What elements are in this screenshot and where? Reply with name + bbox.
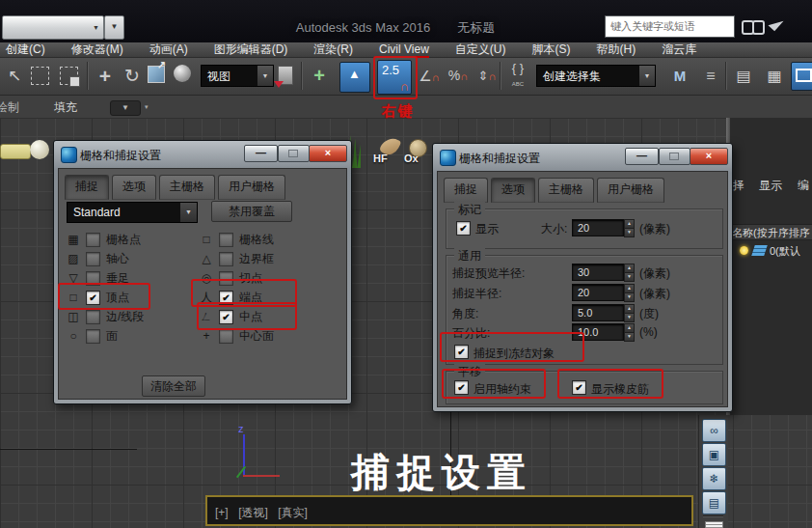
viewport-menu-shading[interactable]: [真实]: [278, 506, 308, 519]
tab-fill[interactable]: 填充: [54, 99, 77, 116]
checkbox-snap-frozen[interactable]: ✔: [454, 345, 469, 359]
preview-radius-spinner[interactable]: 30: [572, 264, 624, 281]
explorer-menu-display[interactable]: 显示: [759, 178, 782, 194]
menu-modifiers[interactable]: 修改器(M): [71, 42, 123, 58]
named-selection-sets-icon[interactable]: { }ABC: [503, 62, 532, 88]
snap-radius-spinner[interactable]: 20: [572, 284, 624, 301]
menu-help[interactable]: 帮助(H): [596, 42, 636, 58]
explorer-menu-select[interactable]: 择: [733, 178, 744, 194]
snap-item-pivot[interactable]: ▨轴心: [67, 250, 129, 267]
search-input[interactable]: 键入关键字或短语: [605, 15, 735, 38]
mirror-tool-icon[interactable]: M: [667, 63, 692, 89]
list-view-icon[interactable]: [705, 521, 723, 528]
snap-item-vertex[interactable]: □✔顶点: [67, 289, 129, 306]
spinner-arrows[interactable]: ▲▼: [624, 219, 635, 236]
freeze-icon[interactable]: ❄: [702, 467, 726, 490]
checkbox-perpendicular[interactable]: [86, 271, 100, 286]
tab-user-grids[interactable]: 用户栅格: [218, 175, 285, 200]
named-selection-set-dropdown[interactable]: 创建选择集 ▼: [536, 65, 656, 87]
explorer-menu-edit[interactable]: 编: [798, 178, 809, 194]
override-off-button[interactable]: 禁用覆盖: [211, 201, 292, 222]
viewport-menu-general[interactable]: [+]: [215, 506, 229, 519]
rotate-tool-icon[interactable]: ↻: [120, 63, 145, 89]
layer-row-label[interactable]: 0(默认: [770, 244, 800, 259]
scale-tool-icon[interactable]: ↗: [148, 66, 165, 83]
spinner-snap-icon[interactable]: ⇕∩: [474, 63, 500, 89]
lock-icon[interactable]: ▣: [702, 443, 726, 466]
checkbox-rubber-band[interactable]: ✔: [572, 380, 586, 395]
tab-home-grid[interactable]: 主栅格: [538, 178, 594, 203]
layer-manager-icon[interactable]: ▦: [762, 63, 787, 89]
snap-item-grid-lines[interactable]: □栅格线: [200, 231, 274, 248]
checkbox-tangent[interactable]: [219, 271, 233, 286]
lightbulb-icon[interactable]: [740, 246, 748, 255]
properties-icon[interactable]: ▤: [702, 491, 726, 514]
tab-user-grids[interactable]: 用户栅格: [597, 178, 664, 203]
checkbox-vertex[interactable]: ✔: [86, 291, 100, 305]
angle-snap-icon[interactable]: ∠∩: [417, 63, 442, 89]
menu-liuyunku[interactable]: 溜云库: [662, 42, 696, 58]
menu-scripting[interactable]: 脚本(S): [531, 42, 570, 58]
checkbox-axis-constraints[interactable]: ✔: [454, 380, 469, 395]
checkbox-center-face[interactable]: [219, 329, 233, 344]
snap-item-edge[interactable]: ◫边/线段: [67, 308, 144, 325]
ribbon-toggle-button[interactable]: [791, 62, 812, 91]
search-icon[interactable]: [741, 18, 766, 34]
menu-rendering[interactable]: 渲染(R): [313, 42, 353, 58]
tab-snaps[interactable]: 捕捉: [444, 178, 488, 203]
tab-snaps[interactable]: 捕捉: [65, 175, 109, 200]
workspace-dropdown[interactable]: ▼: [2, 15, 104, 40]
snap-preset-dropdown[interactable]: Standard ▼: [67, 202, 198, 223]
checkbox-grid-lines[interactable]: [219, 233, 233, 247]
menu-civil-view[interactable]: Civil View: [379, 42, 429, 58]
explorer-column-header[interactable]: 名称(按升序排序: [730, 224, 812, 240]
percent-spinner[interactable]: 10.0: [572, 323, 624, 341]
communication-center-icon[interactable]: [768, 15, 783, 31]
tab-options[interactable]: 选项: [112, 175, 156, 200]
snap-toggle-2d-button[interactable]: ▲: [339, 62, 370, 93]
reference-coordinate-dropdown[interactable]: 视图 ▼: [201, 65, 274, 87]
select-and-place-icon[interactable]: +: [307, 63, 332, 89]
snap-item-endpoint[interactable]: 人✔端点: [200, 289, 262, 306]
spinner-arrows[interactable]: ▲▼: [624, 323, 635, 341]
checkbox-display[interactable]: ✔: [456, 221, 471, 236]
checkbox-midpoint[interactable]: ✔: [219, 310, 233, 324]
quick-access-overflow-button[interactable]: ▼: [104, 15, 124, 40]
snap-toggle-25-button[interactable]: 2.5 ∩: [377, 60, 412, 95]
menu-graph-editors[interactable]: 图形编辑器(D): [214, 42, 288, 58]
ribbon-collapse-button[interactable]: ▼: [110, 100, 141, 116]
checkbox-bounding-box[interactable]: [219, 252, 233, 266]
snap-item-center-face[interactable]: +中心面: [200, 327, 274, 345]
move-tool-icon[interactable]: +: [93, 63, 118, 89]
checkbox-pivot[interactable]: [86, 252, 100, 266]
viewport-menu-pov[interactable]: [透视]: [238, 506, 268, 519]
minimize-button[interactable]: —: [625, 148, 659, 165]
spinner-arrows[interactable]: ▲▼: [624, 284, 635, 301]
close-button[interactable]: ×: [309, 145, 347, 162]
select-and-manipulate-icon[interactable]: [174, 65, 191, 82]
tab-home-grid[interactable]: 主栅格: [159, 175, 215, 200]
menu-customize[interactable]: 自定义(U): [455, 42, 506, 58]
snap-item-bounding-box[interactable]: △边界框: [200, 250, 274, 267]
tab-options[interactable]: 选项: [491, 178, 535, 203]
use-center-icon[interactable]: [278, 66, 293, 85]
snap-item-grid-points[interactable]: ▦栅格点: [67, 231, 141, 248]
checkbox-endpoint[interactable]: ✔: [219, 291, 233, 305]
scene-explorer-toggle-icon[interactable]: ▤: [731, 63, 756, 89]
spinner-arrows[interactable]: ▲▼: [624, 304, 635, 321]
spinner-arrows[interactable]: ▲▼: [624, 264, 635, 281]
minimize-button[interactable]: —: [244, 145, 278, 162]
checkbox-face[interactable]: [86, 329, 100, 344]
tab-draw[interactable]: 绘制: [0, 99, 19, 116]
rectangular-selection-icon[interactable]: [31, 67, 49, 85]
snap-item-tangent[interactable]: ◎切点: [200, 269, 262, 287]
clear-all-button[interactable]: 清除全部: [142, 375, 205, 397]
checkbox-grid-points[interactable]: [86, 233, 100, 247]
select-children-icon[interactable]: ∞: [702, 419, 726, 442]
window-crossing-icon[interactable]: [60, 67, 78, 85]
select-object-icon[interactable]: ↖: [2, 63, 27, 89]
snap-item-face[interactable]: ○面: [67, 327, 118, 345]
snap-item-midpoint[interactable]: ㄥ✔中点: [200, 308, 262, 325]
menu-create[interactable]: 创建(C): [6, 42, 45, 58]
snap-item-perpendicular[interactable]: ▽垂足: [67, 269, 129, 287]
